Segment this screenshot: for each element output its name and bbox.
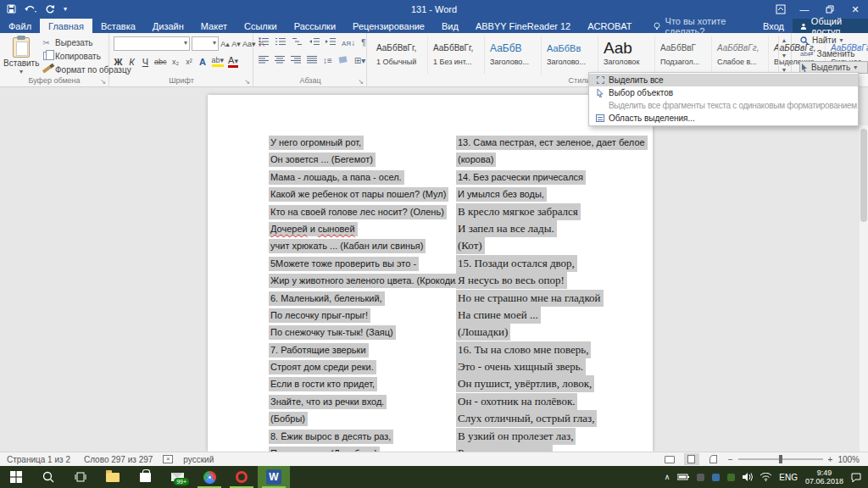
tray-app-icon[interactable] bbox=[727, 474, 735, 481]
read-mode-button[interactable] bbox=[662, 453, 677, 465]
bullet-list-icon[interactable] bbox=[259, 37, 270, 47]
document-line[interactable]: У него огромный рот, bbox=[269, 134, 464, 151]
document-line[interactable]: (Кот) bbox=[456, 237, 655, 254]
dialog-launcher-icon[interactable]: ↘ bbox=[244, 78, 250, 86]
zoom-slider[interactable] bbox=[738, 458, 823, 460]
document-line[interactable]: Это - очень хищный зверь. bbox=[456, 358, 655, 375]
tab-6[interactable]: Рассылки bbox=[286, 19, 344, 33]
zoom-level[interactable]: 100% bbox=[837, 455, 860, 464]
document-line[interactable]: На спине моей ... bbox=[456, 307, 655, 324]
language-indicator[interactable]: русский bbox=[176, 455, 220, 464]
document-line[interactable]: Знайте, что из речки вход. bbox=[269, 393, 464, 410]
document-line[interactable]: Слух отличный, острый глаз, bbox=[456, 410, 655, 427]
document-line[interactable]: Он пушист, увёртлив, ловок, bbox=[456, 375, 655, 392]
mail-button[interactable]: 99+ bbox=[161, 466, 193, 488]
font-name-combobox[interactable] bbox=[114, 36, 190, 51]
document-line[interactable]: По снежочку тык-тык! (Заяц) bbox=[269, 324, 464, 341]
hidden-icons-chevron[interactable]: ∧ bbox=[665, 473, 670, 481]
taskbar-search-button[interactable] bbox=[32, 466, 64, 488]
word-taskbar-button[interactable]: W bbox=[258, 466, 290, 488]
document-line[interactable]: 5Можете тоже проверить вы это - bbox=[269, 255, 464, 272]
tab-file[interactable]: Файл bbox=[0, 19, 40, 33]
volume-icon[interactable] bbox=[743, 473, 753, 481]
zoom-in-button[interactable]: + bbox=[828, 455, 833, 464]
numbered-list-icon[interactable] bbox=[275, 37, 287, 47]
style-item[interactable]: АаБбВвГг,1 Без инт... bbox=[428, 36, 485, 75]
line-spacing-icon[interactable]: ↕≡ bbox=[323, 56, 332, 65]
tab-3[interactable]: Дизайн bbox=[144, 19, 192, 33]
print-layout-button[interactable] bbox=[684, 453, 699, 465]
tab-10[interactable]: ACROBAT bbox=[579, 19, 640, 33]
start-button[interactable] bbox=[0, 466, 32, 488]
document-line[interactable]: В кресло мягкое забрался bbox=[456, 203, 655, 220]
dialog-launcher-icon[interactable]: ↘ bbox=[358, 78, 364, 86]
action-center-icon[interactable] bbox=[851, 473, 861, 482]
zoom-out-button[interactable]: − bbox=[728, 455, 733, 464]
shading-icon[interactable] bbox=[338, 55, 348, 65]
subscript-button[interactable]: x₂ bbox=[171, 58, 181, 66]
menu-item[interactable]: Выбор объектов bbox=[589, 86, 858, 99]
document-line[interactable]: Но не страшно мне на гладкой bbox=[456, 290, 655, 307]
styles-gallery-scrollbar[interactable]: ▲▼▼̲ bbox=[778, 36, 789, 75]
strikethrough-button[interactable]: abc bbox=[154, 58, 167, 66]
style-item[interactable]: АаБбВвЗаголово... bbox=[542, 36, 598, 75]
align-right-icon[interactable] bbox=[291, 55, 301, 65]
tell-me-search[interactable]: Что вы хотите сделать? bbox=[641, 19, 755, 33]
tray-app-icon[interactable] bbox=[697, 474, 704, 481]
document-page[interactable]: У него огромный рот,Он зовется ... (Беге… bbox=[208, 95, 653, 452]
word-count[interactable]: Слово 297 из 297 bbox=[77, 455, 159, 464]
opera-button[interactable] bbox=[225, 466, 258, 488]
align-center-icon[interactable] bbox=[275, 55, 285, 65]
document-line[interactable]: Я несусь во весь опор! bbox=[456, 272, 655, 289]
document-line[interactable]: 14. Без расчески причесался bbox=[456, 169, 655, 186]
document-line[interactable]: Кто на своей голове лес носит? (Олень) bbox=[269, 203, 464, 220]
increase-indent-icon[interactable] bbox=[326, 37, 336, 47]
tab-8[interactable]: Вид bbox=[433, 19, 467, 33]
replace-button[interactable]: ab⇄ Заменить bbox=[800, 47, 868, 60]
underline-button[interactable]: Ч bbox=[141, 57, 150, 67]
document-line[interactable]: 13. Сама пестрая, ест зеленое, дает бело… bbox=[456, 134, 655, 151]
file-explorer-button[interactable] bbox=[97, 466, 129, 488]
borders-icon[interactable]: ⊞▾ bbox=[354, 56, 365, 65]
page-indicator[interactable]: Страница 1 из 2 bbox=[0, 455, 77, 464]
clock[interactable]: 9:49 07.06.2018 bbox=[805, 469, 843, 485]
tab-1[interactable]: Главная bbox=[40, 19, 92, 33]
document-line[interactable]: Строят дом среди реки. bbox=[269, 358, 464, 375]
sort-icon[interactable]: АЯ↓ bbox=[342, 38, 355, 47]
tab-5[interactable]: Ссылки bbox=[236, 19, 286, 33]
document-line[interactable]: 16. Ты на слово мне поверь, bbox=[456, 341, 655, 358]
store-button[interactable] bbox=[129, 466, 161, 488]
document-line[interactable]: (корова) bbox=[456, 151, 655, 168]
style-item[interactable]: AabЗаголовок bbox=[598, 36, 655, 75]
menu-item[interactable]: Область выделения... bbox=[589, 112, 858, 125]
decrease-indent-icon[interactable] bbox=[309, 37, 320, 47]
document-line[interactable]: 8. Ёжик вырос в десять раз, bbox=[269, 428, 464, 445]
style-item[interactable]: АаБбВвГг,1 Обычный bbox=[371, 36, 428, 75]
superscript-button[interactable]: x² bbox=[185, 58, 194, 66]
justify-icon[interactable] bbox=[307, 55, 317, 65]
tab-2[interactable]: Вставка bbox=[92, 19, 144, 33]
vertical-scrollbar[interactable] bbox=[860, 125, 868, 452]
document-line[interactable]: 7. Работящие зверьки bbox=[269, 341, 464, 358]
font-size-combobox[interactable] bbox=[192, 36, 219, 51]
ribbon-display-options-icon[interactable] bbox=[770, 0, 792, 19]
document-line[interactable]: Получился ... (Дикобраз) bbox=[269, 445, 464, 452]
document-line[interactable]: Жир у животного зеленого цвета. (Крокоди… bbox=[269, 272, 464, 289]
document-line[interactable]: По лесочку прыг-прыг! bbox=[269, 307, 464, 324]
pilcrow-icon[interactable]: ¶ bbox=[361, 38, 365, 47]
document-line[interactable]: Если в гости кто придет, bbox=[269, 375, 464, 392]
style-item[interactable]: АаБбВвГПодзагол... bbox=[655, 36, 712, 75]
document-line[interactable]: 6. Маленький, беленький, bbox=[269, 290, 464, 307]
scrollbar-thumb[interactable] bbox=[860, 129, 867, 222]
style-item[interactable]: АаБбВвГг,Слабое в... bbox=[712, 36, 769, 75]
style-item[interactable]: АаБбВЗаголово... bbox=[485, 36, 542, 75]
document-line[interactable]: В узкий он пролезет лаз, bbox=[456, 428, 655, 445]
align-left-icon[interactable] bbox=[259, 55, 269, 65]
web-layout-button[interactable] bbox=[706, 453, 721, 465]
document-line[interactable]: Он - охотник на полёвок. bbox=[456, 393, 655, 410]
text-effects-button[interactable]: А bbox=[198, 57, 208, 67]
find-button[interactable]: Найти▾ bbox=[800, 34, 868, 47]
document-line[interactable]: Мама - лошадь, а папа - осел. bbox=[269, 169, 464, 186]
document-line[interactable]: 15. Позади остался двор, bbox=[456, 255, 655, 272]
tab-7[interactable]: Рецензирование bbox=[344, 19, 433, 33]
